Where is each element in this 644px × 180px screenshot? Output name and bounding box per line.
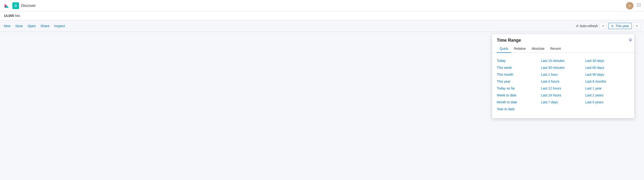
option-last-24hours[interactable]: Last 24 hours bbox=[541, 92, 585, 99]
tab-recent[interactable]: Recent bbox=[548, 45, 564, 53]
svg-point-3 bbox=[640, 3, 641, 4]
hits-label: hits bbox=[15, 14, 20, 18]
hits-count: 14,005 bbox=[4, 14, 14, 18]
svg-point-9 bbox=[640, 6, 641, 7]
top-navigation: D Discover e bbox=[0, 0, 644, 12]
time-col-2: Last 15 minutes Last 30 minutes Last 1 h… bbox=[541, 58, 585, 112]
tab-quick[interactable]: Quick bbox=[497, 45, 511, 53]
svg-point-4 bbox=[637, 5, 638, 6]
app-icon: D bbox=[12, 3, 19, 9]
option-week-to-date[interactable]: Week to date bbox=[497, 92, 541, 99]
option-last-6months[interactable]: Last 6 months bbox=[585, 78, 630, 85]
svg-point-8 bbox=[638, 6, 639, 7]
time-range-title: Time Range bbox=[492, 34, 634, 45]
toolbar: New Save Open Share Inspect ↺ Auto-refre… bbox=[0, 20, 644, 32]
refresh-icon: ↺ bbox=[576, 24, 578, 28]
option-last-4hours[interactable]: Last 4 hours bbox=[541, 78, 585, 85]
option-last-2years[interactable]: Last 2 years bbox=[585, 92, 630, 99]
option-last-90days[interactable]: Last 90 days bbox=[585, 71, 630, 78]
option-today-so-far[interactable]: Today so far bbox=[497, 85, 541, 92]
prev-time-button[interactable]: < bbox=[600, 23, 606, 29]
auto-refresh-label: Auto-refresh bbox=[580, 24, 598, 28]
hits-bar: 14,005 hits bbox=[0, 12, 644, 20]
option-this-week[interactable]: This week bbox=[497, 65, 541, 71]
time-col-1: Today This week This month This year Tod… bbox=[497, 58, 541, 112]
tab-absolute[interactable]: Absolute bbox=[529, 45, 547, 53]
option-last-1hour[interactable]: Last 1 hour bbox=[541, 71, 585, 78]
option-last-30days[interactable]: Last 30 days bbox=[585, 58, 630, 64]
option-last-12hours[interactable]: Last 12 hours bbox=[541, 85, 585, 92]
toolbar-actions: New Save Open Share Inspect bbox=[4, 24, 571, 28]
next-time-button[interactable]: > bbox=[634, 23, 640, 29]
toolbar-right: ↺ Auto-refresh < ⊙ This year > bbox=[576, 23, 640, 29]
time-col-3: Last 30 days Last 60 days Last 90 days L… bbox=[585, 58, 630, 112]
option-last-7days[interactable]: Last 7 days bbox=[541, 99, 585, 105]
option-year-to-date[interactable]: Year to date bbox=[497, 106, 541, 112]
main-content: Time Range Quick Relative Absolute Recen… bbox=[0, 32, 644, 178]
svg-point-2 bbox=[638, 3, 639, 4]
svg-point-6 bbox=[640, 5, 641, 6]
option-this-year[interactable]: This year bbox=[497, 78, 541, 85]
user-avatar[interactable]: e bbox=[626, 2, 634, 10]
time-range-popup: Time Range Quick Relative Absolute Recen… bbox=[492, 34, 634, 118]
svg-point-1 bbox=[637, 3, 638, 4]
option-month-to-date[interactable]: Month to date bbox=[497, 99, 541, 105]
svg-point-5 bbox=[638, 5, 639, 6]
time-range-options: Today This week This month This year Tod… bbox=[492, 56, 634, 114]
option-last-30min[interactable]: Last 30 minutes bbox=[541, 65, 585, 71]
share-button[interactable]: Share bbox=[40, 24, 49, 28]
scroll-indicator: ▲ bbox=[628, 38, 632, 42]
auto-refresh-button[interactable]: ↺ Auto-refresh bbox=[576, 24, 598, 28]
time-range-button[interactable]: ⊙ This year bbox=[608, 23, 632, 29]
kibana-logo bbox=[3, 2, 10, 10]
save-button[interactable]: Save bbox=[15, 24, 23, 28]
option-today[interactable]: Today bbox=[497, 58, 541, 64]
option-last-5years[interactable]: Last 5 years bbox=[585, 99, 630, 105]
page-title: Discover bbox=[21, 4, 624, 8]
option-this-month[interactable]: This month bbox=[497, 71, 541, 78]
nav-right-section: e bbox=[626, 2, 641, 10]
tab-relative[interactable]: Relative bbox=[511, 45, 529, 53]
inspect-button[interactable]: Inspect bbox=[54, 24, 65, 28]
svg-point-7 bbox=[637, 6, 638, 7]
open-button[interactable]: Open bbox=[28, 24, 36, 28]
option-last-15min[interactable]: Last 15 minutes bbox=[541, 58, 585, 64]
time-range-label: This year bbox=[615, 24, 629, 28]
clock-icon: ⊙ bbox=[611, 24, 614, 28]
time-range-tabs: Quick Relative Absolute Recent bbox=[492, 45, 634, 53]
option-last-60days[interactable]: Last 60 days bbox=[585, 65, 630, 71]
new-button[interactable]: New bbox=[4, 24, 10, 28]
apps-grid-icon[interactable] bbox=[636, 3, 641, 9]
option-last-1year[interactable]: Last 1 year bbox=[585, 85, 630, 92]
